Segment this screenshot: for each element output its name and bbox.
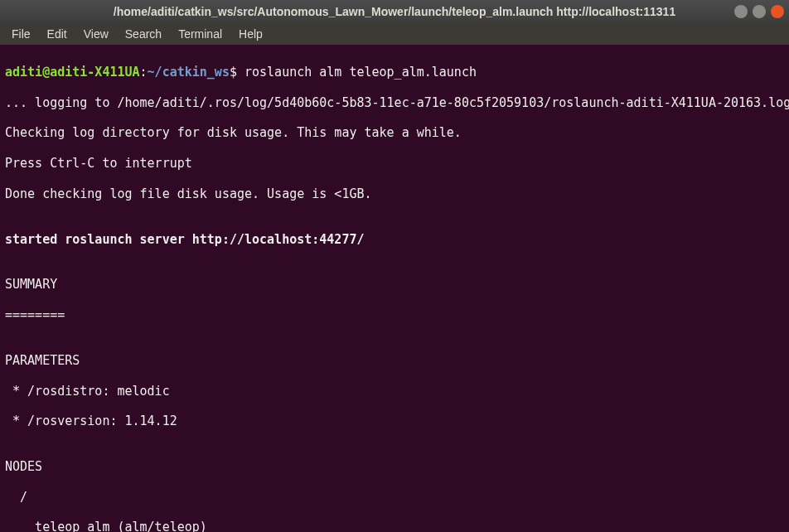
output-line: ======== <box>5 307 784 322</box>
menubar: File Edit View Search Terminal Help <box>0 23 789 45</box>
menu-terminal[interactable]: Terminal <box>172 25 229 43</box>
window-controls <box>734 5 784 18</box>
output-line: Done checking log file disk usage. Usage… <box>5 186 784 201</box>
menu-view[interactable]: View <box>77 25 115 43</box>
output-line: ... logging to /home/aditi/.ros/log/5d40… <box>5 95 784 110</box>
output-line: PARAMETERS <box>5 353 784 368</box>
menu-edit[interactable]: Edit <box>41 25 74 43</box>
prompt-dollar: $ <box>230 65 244 80</box>
output-line: NODES <box>5 459 784 474</box>
menu-search[interactable]: Search <box>119 25 168 43</box>
output-line: Press Ctrl-C to interrupt <box>5 156 784 171</box>
prompt-sep: : <box>140 65 148 80</box>
command-text: roslaunch alm teleop_alm.launch <box>244 65 477 80</box>
prompt-line: aditi@aditi-X411UA:~/catkin_ws$ roslaunc… <box>5 65 784 80</box>
output-line: / <box>5 490 784 505</box>
output-line: SUMMARY <box>5 277 784 292</box>
output-line: Checking log directory for disk usage. T… <box>5 125 784 140</box>
maximize-icon[interactable] <box>753 5 766 18</box>
prompt-cwd: ~/catkin_ws <box>148 65 230 80</box>
window-title: /home/aditi/catkin_ws/src/Autonomous_Law… <box>114 5 675 18</box>
terminal-output[interactable]: aditi@aditi-X411UA:~/catkin_ws$ roslaunc… <box>0 45 789 532</box>
titlebar: /home/aditi/catkin_ws/src/Autonomous_Law… <box>0 0 789 23</box>
menu-file[interactable]: File <box>5 25 37 43</box>
output-line: teleop_alm (alm/teleop) <box>5 520 784 532</box>
prompt-userhost: aditi@aditi-X411UA <box>5 65 140 80</box>
output-line: * /rosdistro: melodic <box>5 384 784 399</box>
close-icon[interactable] <box>771 5 784 18</box>
output-line: started roslaunch server http://localhos… <box>5 232 784 247</box>
menu-help[interactable]: Help <box>232 25 269 43</box>
minimize-icon[interactable] <box>734 5 748 18</box>
output-line: * /rosversion: 1.14.12 <box>5 414 784 428</box>
